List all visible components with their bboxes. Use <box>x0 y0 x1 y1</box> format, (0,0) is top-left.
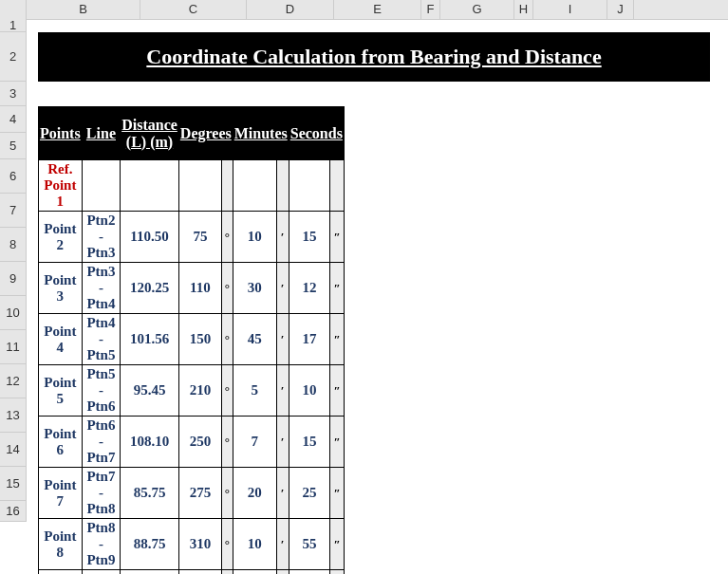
cell-sym[interactable] <box>330 160 345 212</box>
cell-distance[interactable]: 110.50 <box>121 212 179 263</box>
cell-minutes[interactable]: 10 <box>233 212 276 263</box>
row-header-14[interactable]: 14 <box>0 433 27 467</box>
row-header-10[interactable]: 10 <box>0 296 27 330</box>
cell-minutes[interactable]: 20 <box>233 468 276 519</box>
cell[interactable] <box>233 160 276 212</box>
cell-degrees[interactable]: 210 <box>178 365 221 417</box>
cell-line[interactable]: Ptn7 - Ptn8 <box>82 468 121 519</box>
row-header-8[interactable]: 8 <box>0 228 27 262</box>
cell-distance[interactable]: 108.10 <box>121 417 179 468</box>
cell-sym[interactable] <box>276 160 289 212</box>
col-header-E[interactable]: E <box>334 0 421 19</box>
cell-point[interactable]: Point 3 <box>39 263 83 314</box>
cell-minutes[interactable]: 30 <box>233 263 276 314</box>
cell-minutes[interactable]: 45 <box>233 314 276 365</box>
cell-seconds[interactable]: 10 <box>289 365 330 417</box>
cell-min-sym[interactable]: ′ <box>276 417 289 468</box>
cell-degrees[interactable]: 110 <box>178 263 221 314</box>
cell-line[interactable]: Ptn5 - Ptn6 <box>82 365 121 417</box>
cell-sec-sym[interactable]: ″ <box>330 212 345 263</box>
col-header-corner[interactable] <box>0 0 27 19</box>
cell-sec-sym[interactable]: ″ <box>330 263 345 314</box>
cell-minutes[interactable]: 15 <box>233 570 276 575</box>
row-header-11[interactable]: 11 <box>0 330 27 364</box>
row-header-5[interactable]: 5 <box>0 133 27 159</box>
header-degrees[interactable]: Degrees <box>178 107 233 160</box>
row-header-12[interactable]: 12 <box>0 364 27 398</box>
cell-distance[interactable]: 95.45 <box>121 365 179 417</box>
cell-sec-sym[interactable]: ″ <box>330 519 345 570</box>
cell-point[interactable]: Point 2 <box>39 212 83 263</box>
cell-sec-sym[interactable]: ″ <box>330 365 345 417</box>
cell-seconds[interactable]: 15 <box>289 212 330 263</box>
cell-point[interactable]: Point 7 <box>39 468 83 519</box>
cell-ref-point[interactable]: Ref. Point 1 <box>39 160 83 212</box>
cell-seconds[interactable]: 45 <box>289 570 330 575</box>
cell-minutes[interactable]: 10 <box>233 519 276 570</box>
cell-deg-sym[interactable]: ° <box>222 468 233 519</box>
cell-deg-sym[interactable]: ° <box>222 365 233 417</box>
cell[interactable] <box>121 160 179 212</box>
header-minutes[interactable]: Minutes <box>233 107 289 160</box>
cell-deg-sym[interactable]: ° <box>222 417 233 468</box>
cell-degrees[interactable]: 275 <box>178 468 221 519</box>
header-distance[interactable]: Distance (L) (m) <box>121 107 179 160</box>
cell-seconds[interactable]: 25 <box>289 468 330 519</box>
cell-sym[interactable] <box>222 160 233 212</box>
row-header-9[interactable]: 9 <box>0 262 27 296</box>
cell-point[interactable]: Point 9 <box>39 570 83 575</box>
cell-deg-sym[interactable]: ° <box>222 314 233 365</box>
cell-distance[interactable]: 120.25 <box>121 263 179 314</box>
cell-point[interactable]: Point 6 <box>39 417 83 468</box>
cell-deg-sym[interactable]: ° <box>222 519 233 570</box>
cell-min-sym[interactable]: ′ <box>276 314 289 365</box>
row-header-3[interactable]: 3 <box>0 82 27 106</box>
cell-minutes[interactable]: 5 <box>233 365 276 417</box>
cell-distance[interactable]: 95.54 <box>121 570 179 575</box>
cell-point[interactable]: Point 8 <box>39 519 83 570</box>
col-header-F[interactable]: F <box>421 0 440 19</box>
header-line[interactable]: Line <box>82 107 121 160</box>
header-seconds[interactable]: Seconds <box>289 107 344 160</box>
cell-deg-sym[interactable]: ° <box>222 263 233 314</box>
cell-deg-sym[interactable]: ° <box>222 570 233 575</box>
cell-min-sym[interactable]: ′ <box>276 570 289 575</box>
col-header-G[interactable]: G <box>440 0 514 19</box>
cell-min-sym[interactable]: ′ <box>276 263 289 314</box>
cell-line[interactable]: Ptn3 - Ptn4 <box>82 263 121 314</box>
cell-degrees[interactable]: 75 <box>178 212 221 263</box>
cell-minutes[interactable]: 7 <box>233 417 276 468</box>
row-header-1[interactable]: 1 <box>0 19 27 32</box>
cell-sec-sym[interactable]: ″ <box>330 417 345 468</box>
cell-degrees[interactable]: 250 <box>178 417 221 468</box>
cell-degrees[interactable]: 150 <box>178 314 221 365</box>
cell-point[interactable]: Point 4 <box>39 314 83 365</box>
row-header-2[interactable]: 2 <box>0 32 27 82</box>
row-header-7[interactable]: 7 <box>0 194 27 228</box>
cell-line[interactable]: Ptn9 - Ptn10 <box>82 570 121 575</box>
cell[interactable] <box>82 160 121 212</box>
cell-sec-sym[interactable]: ″ <box>330 570 345 575</box>
cell-sec-sym[interactable]: ″ <box>330 314 345 365</box>
cell-line[interactable]: Ptn8 - Ptn9 <box>82 519 121 570</box>
cell[interactable] <box>289 160 330 212</box>
col-header-D[interactable]: D <box>247 0 334 19</box>
row-header-4[interactable]: 4 <box>0 106 27 133</box>
cell-seconds[interactable]: 15 <box>289 417 330 468</box>
row-header-15[interactable]: 15 <box>0 467 27 501</box>
row-header-6[interactable]: 6 <box>0 159 27 194</box>
cell-min-sym[interactable]: ′ <box>276 468 289 519</box>
cell-point[interactable]: Point 5 <box>39 365 83 417</box>
cell-line[interactable]: Ptn2 - Ptn3 <box>82 212 121 263</box>
cell[interactable] <box>178 160 221 212</box>
col-header-H[interactable]: H <box>514 0 533 19</box>
cell-sec-sym[interactable]: ″ <box>330 468 345 519</box>
cell-min-sym[interactable]: ′ <box>276 212 289 263</box>
cell-min-sym[interactable]: ′ <box>276 365 289 417</box>
cell-distance[interactable]: 88.75 <box>121 519 179 570</box>
col-header-C[interactable]: C <box>140 0 247 19</box>
row-header-13[interactable]: 13 <box>0 398 27 433</box>
cell-degrees[interactable]: 310 <box>178 519 221 570</box>
col-header-B[interactable]: B <box>27 0 140 19</box>
cell-distance[interactable]: 101.56 <box>121 314 179 365</box>
